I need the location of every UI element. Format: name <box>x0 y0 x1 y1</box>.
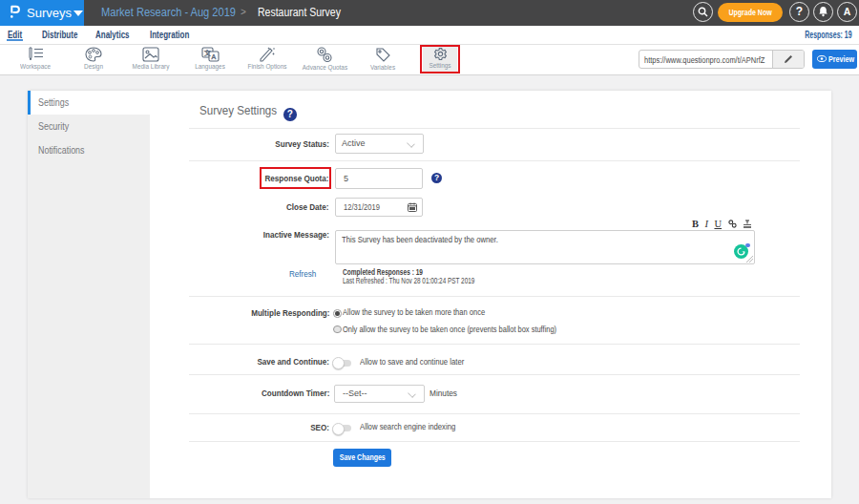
svg-text:A: A <box>211 53 216 60</box>
svg-text:文: 文 <box>204 49 211 56</box>
